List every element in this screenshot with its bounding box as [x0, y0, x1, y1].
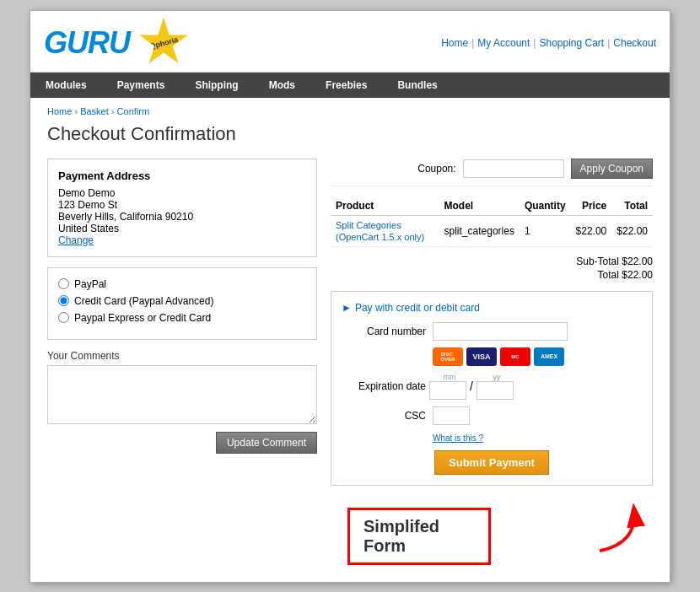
payment-card-box: ► Pay with credit or debit card Card num… [331, 291, 653, 486]
qphoria-logo: Qphoria [138, 18, 189, 68]
card-number-label: Card number [342, 326, 426, 337]
csc-input[interactable] [433, 406, 470, 425]
yy-hint: yy [493, 373, 500, 381]
card-number-input[interactable] [433, 322, 568, 341]
comments-box: Your Comments Update Comment [47, 350, 317, 427]
payment-card-title: ► Pay with credit or debit card [342, 302, 642, 314]
nav-cart[interactable]: Shopping Cart [539, 37, 604, 49]
coupon-label: Coupon: [417, 163, 455, 175]
top-nav: Home | My Account | Shopping Cart | Chec… [441, 37, 656, 49]
mastercard-icon: MC [500, 347, 530, 366]
left-panel: Payment Address Demo Demo 123 Demo St Be… [47, 159, 317, 565]
product-price: $22.00 [571, 215, 612, 246]
payment-options: PayPal Credit Card (Paypal Advanced) Pay… [47, 267, 317, 340]
card-icons: DISCOVER VISA MC AMEX [433, 347, 642, 366]
csc-row: CSC [342, 406, 642, 425]
col-product: Product [331, 196, 439, 216]
col-total: Total [611, 196, 653, 216]
product-qty: 1 [520, 215, 571, 246]
exp-month-input[interactable] [429, 381, 466, 400]
coupon-input[interactable] [463, 159, 564, 178]
guru-logo: GURU [44, 25, 130, 61]
address-heading: Payment Address [58, 170, 306, 182]
nav-payments[interactable]: Payments [102, 73, 180, 98]
product-link[interactable]: Split Categories (OpenCart 1.5.x only) [336, 220, 424, 242]
col-model: Model [439, 196, 520, 216]
radio-paypal[interactable] [58, 278, 69, 289]
breadcrumb-confirm[interactable]: Confirm [117, 106, 150, 116]
nav-bundles[interactable]: Bundles [382, 73, 452, 98]
visa-icon: VISA [466, 347, 497, 366]
radio-paypal-express[interactable] [58, 312, 69, 323]
product-name: Split Categories (OpenCart 1.5.x only) [331, 215, 439, 246]
address-change-link[interactable]: Change [58, 234, 94, 246]
breadcrumb-home[interactable]: Home [47, 106, 72, 116]
checkout-layout: Payment Address Demo Demo 123 Demo St Be… [47, 159, 653, 565]
breadcrumb: Home › Basket › Confirm [47, 106, 653, 116]
what-is-csc-link[interactable]: What is this ? [433, 433, 483, 443]
content: Home › Basket › Confirm Checkout Confirm… [30, 98, 670, 582]
totals: Sub-Total $22.00 Total $22.00 [331, 256, 653, 281]
expiration-label: Expiration date [342, 380, 426, 392]
subtotal-value: $22.00 [622, 256, 653, 267]
simplified-form-box: Simplifed Form [347, 508, 491, 565]
total-label: Total [598, 269, 622, 281]
nav-checkout[interactable]: Checkout [613, 37, 656, 49]
submit-payment-button[interactable]: Submit Payment [434, 450, 549, 475]
payment-option-credit-card: Credit Card (Paypal Advanced) [58, 295, 306, 307]
apply-coupon-button[interactable]: Apply Coupon [571, 159, 653, 179]
nav-myaccount[interactable]: My Account [477, 37, 530, 49]
right-panel: Coupon: Apply Coupon Product Model Quant… [331, 159, 653, 565]
product-model: split_categories [439, 215, 520, 246]
header: GURU Qphoria Home | My Account | Shoppin… [30, 11, 670, 73]
comments-label: Your Comments [47, 350, 317, 362]
address-box: Payment Address Demo Demo 123 Demo St Be… [47, 159, 317, 257]
nav-shipping[interactable]: Shipping [180, 73, 253, 98]
total-value: $22.00 [622, 269, 653, 281]
payment-option-paypal: PayPal [58, 278, 306, 290]
radio-credit-card[interactable] [58, 295, 69, 306]
address-line1: 123 Demo St [58, 199, 306, 211]
csc-label: CSC [342, 410, 426, 422]
nav-mods[interactable]: Mods [254, 73, 310, 98]
arrow-icon [592, 494, 653, 562]
simplified-form-label: Simplifed Form [363, 517, 439, 555]
subtotal-label: Sub-Total [576, 256, 622, 267]
coupon-row: Coupon: Apply Coupon [331, 159, 653, 186]
page-title: Checkout Confirmation [47, 123, 653, 145]
bottom-area: Simplifed Form [331, 494, 653, 565]
product-table: Product Model Quantity Price Total Split… [331, 196, 653, 247]
product-total: $22.00 [611, 215, 653, 246]
amex-icon: AMEX [534, 347, 564, 366]
browser-window: GURU Qphoria Home | My Account | Shoppin… [30, 10, 670, 583]
breadcrumb-basket[interactable]: Basket [80, 106, 109, 116]
payment-option-paypal-express: Paypal Express or Credit Card [58, 312, 306, 324]
discover-icon: DISCOVER [433, 347, 463, 366]
comments-textarea[interactable] [47, 365, 317, 424]
table-row: Split Categories (OpenCart 1.5.x only) s… [331, 215, 653, 246]
expiration-row: Expiration date mm / yy [342, 373, 642, 400]
nav-home[interactable]: Home [441, 37, 468, 49]
address-line3: United States [58, 223, 306, 234]
col-price: Price [571, 196, 612, 216]
nav-freebies[interactable]: Freebies [310, 73, 382, 98]
subtotal-row: Sub-Total $22.00 [331, 256, 653, 267]
total-row: Total $22.00 [331, 269, 653, 281]
mm-hint: mm [444, 373, 456, 381]
arrow-right-icon: ► [342, 302, 352, 314]
address-name: Demo Demo [58, 187, 306, 199]
card-number-row: Card number [342, 322, 642, 341]
nav-modules[interactable]: Modules [30, 73, 102, 98]
col-quantity: Quantity [520, 196, 571, 216]
logo-area: GURU Qphoria [44, 18, 189, 68]
update-comment-button[interactable]: Update Comment [216, 432, 317, 454]
main-nav: Modules Payments Shipping Mods Freebies … [30, 73, 670, 98]
address-line2: Beverly Hills, California 90210 [58, 211, 306, 223]
exp-year-input[interactable] [477, 381, 514, 400]
